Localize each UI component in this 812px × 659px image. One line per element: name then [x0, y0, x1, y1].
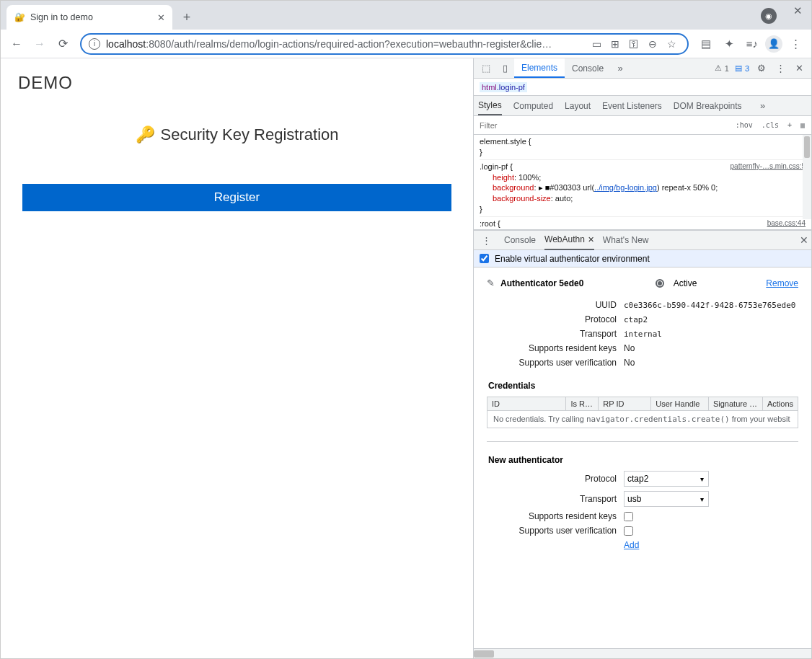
edit-icon[interactable]: ✎: [487, 278, 495, 288]
tab-console[interactable]: Console: [565, 58, 611, 78]
devtools-close-icon[interactable]: ✕: [790, 63, 808, 74]
inspect-icon[interactable]: ⬚: [477, 63, 495, 74]
authenticator-name: Authenticator 5ede0: [500, 278, 650, 288]
devtools-h-scrollbar[interactable]: [474, 648, 811, 658]
new-rule-icon[interactable]: +: [785, 121, 794, 129]
styles-pane[interactable]: element.style {} patternfly-…s.min.css:5…: [474, 135, 811, 230]
zoom-icon[interactable]: ⊖: [644, 35, 661, 53]
tabs-overflow-icon[interactable]: »: [611, 63, 630, 74]
subtab-computed[interactable]: Computed: [513, 96, 553, 115]
drawer-tab-console[interactable]: Console: [504, 231, 536, 250]
tab-elements[interactable]: Elements: [514, 58, 565, 78]
user-verif-value: No: [624, 358, 635, 368]
styles-filter-input[interactable]: [478, 120, 729, 131]
resident-keys-checkbox[interactable]: [624, 512, 633, 521]
resident-keys-value: No: [624, 343, 635, 353]
credentials-empty: No credentials. Try calling navigator.cr…: [487, 411, 798, 428]
playlist-icon[interactable]: ≡♪: [742, 34, 762, 54]
styles-scrollbar[interactable]: [803, 135, 811, 219]
panel-layout-icon[interactable]: ▥: [798, 121, 807, 129]
virtual-env-label: Enable virtual authenticator environment: [495, 254, 650, 264]
transport-value: internal: [624, 330, 662, 339]
register-button[interactable]: Register: [22, 184, 451, 211]
virtual-env-checkbox[interactable]: [480, 254, 489, 263]
source-link[interactable]: patternfly-…s.min.css:5: [731, 162, 806, 172]
dom-breadcrumb[interactable]: html.login-pf: [474, 79, 811, 96]
drawer-menu-icon[interactable]: ⋮: [477, 235, 495, 246]
reload-button[interactable]: ⟳: [53, 34, 73, 54]
protocol-value: ctap2: [624, 315, 648, 324]
drawer-tab-whatsnew[interactable]: What's New: [603, 231, 649, 250]
screen-icon[interactable]: ▭: [588, 35, 605, 53]
tab-close-icon[interactable]: ✕: [157, 12, 165, 23]
user-avatar[interactable]: 👤: [765, 35, 782, 53]
subtab-events[interactable]: Event Listeners: [602, 96, 662, 115]
bookmark-icon[interactable]: ☆: [663, 35, 680, 53]
key-icon: 🔑: [136, 125, 155, 144]
virtual-env-toggle-row: Enable virtual authenticator environment: [474, 250, 811, 267]
settings-icon[interactable]: ⚙: [752, 63, 771, 74]
subtabs-overflow-icon[interactable]: »: [754, 100, 772, 111]
device-toggle-icon[interactable]: ▯: [495, 63, 514, 74]
subtab-layout[interactable]: Layout: [565, 96, 591, 115]
devtools-menu-icon[interactable]: ⋮: [771, 63, 790, 74]
warnings-badge[interactable]: ⚠1: [712, 63, 732, 73]
active-radio[interactable]: [656, 279, 664, 288]
devtools-tabstrip: ⬚ ▯ Elements Console » ⚠1 ▤3 ⚙ ⋮ ✕: [474, 58, 811, 79]
styles-filter-bar: :hov .cls + ▥: [474, 116, 811, 135]
user-verif-checkbox[interactable]: [624, 526, 633, 536]
source-link[interactable]: base.css:44: [767, 218, 806, 229]
site-info-icon[interactable]: i: [89, 38, 100, 50]
cls-toggle[interactable]: .cls: [759, 121, 781, 129]
browser-window: 🔐 Sign in to demo ✕ + ◉ ✕ ← → ⟳ i localh…: [1, 1, 811, 658]
credentials-table: ID Is R… RP ID User Handle Signature … A…: [487, 397, 798, 428]
add-authenticator-link[interactable]: Add: [624, 540, 639, 550]
messages-badge[interactable]: ▤3: [732, 63, 752, 73]
address-bar: ← → ⟳ i localhost:8080/auth/realms/demo/…: [1, 30, 811, 58]
realm-title: DEMO: [18, 73, 456, 93]
window-close-icon[interactable]: ✕: [793, 4, 803, 17]
remove-link[interactable]: Remove: [766, 278, 798, 288]
forward-button: →: [30, 34, 50, 54]
drawer-tabstrip: ⋮ Console WebAuthn ✕ What's New ✕: [474, 230, 811, 250]
tab-title: Sign in to demo: [30, 12, 152, 22]
omnibox[interactable]: i localhost:8080/auth/realms/demo/login-…: [80, 33, 689, 55]
drawer-tab-webauthn[interactable]: WebAuthn ✕: [544, 231, 594, 250]
drawer-close-icon[interactable]: ✕: [800, 234, 808, 246]
reader-icon[interactable]: ▤: [696, 34, 716, 54]
back-button[interactable]: ←: [6, 34, 27, 54]
devtools-panel: ⬚ ▯ Elements Console » ⚠1 ▤3 ⚙ ⋮ ✕ html.…: [473, 58, 811, 658]
active-label: Active: [674, 278, 697, 288]
credentials-title: Credentials: [488, 381, 798, 391]
url-text: localhost:8080/auth/realms/demo/login-ac…: [106, 38, 582, 50]
webauthn-pane: Enable virtual authenticator environment…: [474, 250, 811, 648]
menu-icon[interactable]: ⋮: [785, 34, 806, 54]
extensions-icon[interactable]: ✦: [719, 34, 739, 54]
protocol-select[interactable]: ctap2: [624, 471, 709, 487]
styles-tabstrip: Styles Computed Layout Event Listeners D…: [474, 96, 811, 116]
transport-select[interactable]: usb: [624, 491, 709, 507]
browser-tab[interactable]: 🔐 Sign in to demo ✕: [6, 5, 172, 30]
new-tab-button[interactable]: +: [177, 7, 197, 27]
tab-strip: 🔐 Sign in to demo ✕ + ◉ ✕: [1, 1, 811, 30]
profile-icon[interactable]: ◉: [761, 8, 777, 24]
subtab-styles[interactable]: Styles: [478, 96, 502, 115]
tab-favicon-icon: 🔐: [14, 12, 25, 23]
key-icon[interactable]: ⚿: [625, 35, 643, 53]
qr-icon[interactable]: ⊞: [606, 35, 624, 53]
new-auth-title: New authenticator: [488, 455, 798, 465]
page-heading: 🔑 Security Key Registration: [18, 125, 456, 144]
subtab-dom[interactable]: DOM Breakpoints: [674, 96, 742, 115]
bg-url-link[interactable]: ../img/bg-login.jpg: [594, 183, 657, 192]
hov-toggle[interactable]: :hov: [733, 121, 755, 129]
uuid-value: c0e3366c-b590-442f-9428-6753e765ede0: [624, 301, 795, 310]
page-content: DEMO 🔑 Security Key Registration Registe…: [1, 58, 473, 658]
